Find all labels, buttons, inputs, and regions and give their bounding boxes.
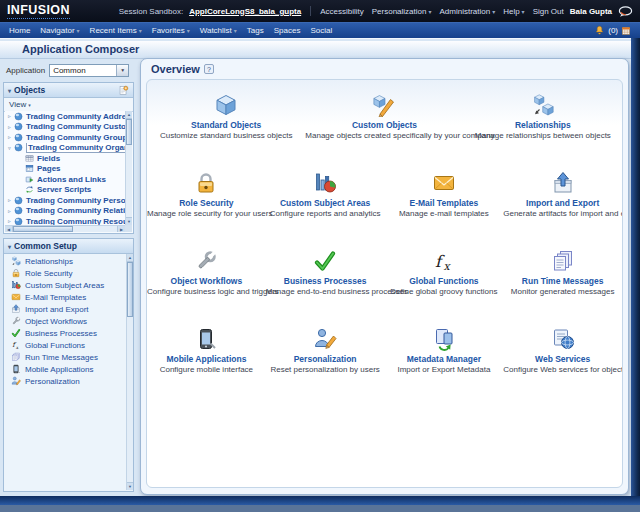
nav-item-recent-items[interactable]: Recent Items▾ [90,26,142,35]
overview-item-link[interactable]: Relationships [464,120,622,130]
view-menu-label[interactable]: View [9,100,26,109]
common-setup-item-global-functions[interactable]: fxGlobal Functions [6,339,125,351]
overview-item-link[interactable]: Standard Objects [147,120,305,130]
tree-item-pages[interactable]: Pages [5,164,132,175]
common-setup-header[interactable]: ▾ Common Setup [4,239,133,254]
common-setup-item-label[interactable]: Role Security [25,269,73,278]
doc-refresh-icon[interactable] [385,325,504,352]
nav-item-favorites[interactable]: Favorites▾ [152,26,190,35]
fx-icon[interactable]: fx [385,247,504,274]
common-setup-item-label[interactable]: Personalization [25,377,80,386]
cubes-icon[interactable] [464,91,622,118]
overview-item-link[interactable]: Object Workflows [147,276,266,286]
common-setup-item-label[interactable]: Relationships [25,257,73,266]
overview-item-link[interactable]: Metadata Manager [385,354,504,364]
common-setup-item-relationships[interactable]: Relationships [6,255,125,267]
common-setup-item-label[interactable]: Custom Subject Areas [25,281,104,290]
tree-item-server-scripts[interactable]: Server Scripts [5,185,132,196]
overview-item-object-workflows[interactable]: Object WorkflowsConfigure business logic… [147,247,266,297]
docs-icon[interactable] [503,247,622,274]
tree-item-label[interactable]: Trading Community Group Profile [26,133,132,142]
utility-link-administration[interactable]: Administration▾ [439,7,495,16]
overview-item-relationships[interactable]: RelationshipsManage relationships betwee… [464,91,622,141]
notification-count[interactable]: (0) [608,26,618,35]
expand-arrow-icon[interactable]: ▹ [5,218,14,224]
overview-item-link[interactable]: Role Security [147,198,266,208]
tree-item-actions-and-links[interactable]: Actions and Links [5,174,132,185]
overview-item-business-processes[interactable]: Business ProcessesManage end-to-end busi… [266,247,385,297]
overview-item-link[interactable]: Web Services [503,354,622,364]
common-setup-scrollbar[interactable]: ▲ ▼ [126,254,133,490]
tree-item-label[interactable]: Trading Community Customer Contac [26,122,132,131]
tree-item-trading-community-address[interactable]: ▹Trading Community Address [5,111,132,122]
common-setup-item-personalization[interactable]: Personalization [6,375,125,387]
notifications-bell-icon[interactable] [594,25,605,36]
common-setup-item-role-security[interactable]: Role Security [6,267,125,279]
lock-icon[interactable] [147,169,266,196]
expand-arrow-icon[interactable]: ▹ [5,197,14,203]
help-icon[interactable]: ? [204,64,214,74]
tree-item-label[interactable]: Trading Community Address [26,112,132,121]
chart-icon[interactable] [266,169,385,196]
scrollbar-thumb[interactable] [126,119,132,145]
tree-item-trading-community-organization-prof[interactable]: ▿Trading Community Organization Prof [5,143,132,154]
scrollbar-thumb[interactable] [127,262,133,317]
collapse-chevron-icon[interactable]: ▾ [8,87,11,94]
common-setup-item-run-time-messages[interactable]: Run Time Messages [6,351,125,363]
scroll-down-icon[interactable]: ▼ [126,217,132,225]
expand-arrow-icon[interactable]: ▹ [5,113,14,119]
tree-item-trading-community-person-profile[interactable]: ▹Trading Community Person Profile [5,195,132,206]
common-setup-item-import-and-export[interactable]: Import and Export [6,303,125,315]
check-icon[interactable] [266,247,385,274]
application-select-value[interactable]: Common [50,66,116,75]
common-setup-item-label[interactable]: Global Functions [25,341,85,350]
person-pencil-icon[interactable] [266,325,385,352]
overview-item-link[interactable]: E-Mail Templates [385,198,504,208]
scroll-down-icon[interactable]: ▼ [127,482,133,490]
import-export-icon[interactable] [503,169,622,196]
common-setup-item-label[interactable]: Mobile Applications [25,365,93,374]
common-setup-item-custom-subject-areas[interactable]: Custom Subject Areas [6,279,125,291]
nav-item-navigator[interactable]: Navigator▾ [40,26,79,35]
overview-item-role-security[interactable]: Role SecurityManage role security for yo… [147,169,266,219]
new-object-icon[interactable] [118,85,129,96]
common-setup-item-business-processes[interactable]: Business Processes [6,327,125,339]
common-setup-item-object-workflows[interactable]: Object Workflows [6,315,125,327]
tree-item-label[interactable]: Pages [37,164,61,173]
scroll-right-icon[interactable]: ▶ [117,226,125,232]
utility-link-help[interactable]: Help▾ [503,7,524,16]
application-select[interactable]: Common ▼ [49,64,129,77]
overview-item-custom-subject-areas[interactable]: Custom Subject AreasConfigure reports an… [266,169,385,219]
scroll-left-icon[interactable]: ◀ [5,226,13,232]
overview-item-link[interactable]: Run Time Messages [503,276,622,286]
cube-icon[interactable] [147,91,305,118]
tree-item-trading-community-group-profile[interactable]: ▹Trading Community Group Profile [5,132,132,143]
cube-pencil-icon[interactable] [305,91,463,118]
common-setup-item-label[interactable]: E-Mail Templates [25,293,86,302]
mobile-icon[interactable] [147,325,266,352]
expand-arrow-icon[interactable]: ▹ [5,134,14,140]
overview-item-global-functions[interactable]: fxGlobal FunctionsDefine global groovy f… [385,247,504,297]
tree-item-trading-community-customer-contac[interactable]: ▹Trading Community Customer Contac [5,122,132,133]
tree-item-label[interactable]: Trading Community Person Profile [26,196,132,205]
common-setup-item-e-mail-templates[interactable]: E-Mail Templates [6,291,125,303]
expand-arrow-icon[interactable]: ▹ [5,208,14,214]
view-menu[interactable]: View ▾ [4,98,133,112]
tree-item-label[interactable]: Trading Community Organization Prof [26,143,132,154]
overview-item-link[interactable]: Mobile Applications [147,354,266,364]
tree-item-trading-community-relationship[interactable]: ▹Trading Community Relationship [5,206,132,217]
session-sandbox-link[interactable]: ApplCoreLongS8_bala_gupta [189,7,301,16]
scrollbar-thumb[interactable] [13,226,73,232]
wrench-icon[interactable] [147,247,266,274]
select-dropdown-icon[interactable]: ▼ [116,65,128,76]
collapse-arrow-icon[interactable]: ▿ [5,145,14,151]
nav-item-home[interactable]: Home [9,26,30,35]
overview-item-link[interactable]: Personalization [266,354,385,364]
expand-arrow-icon[interactable]: ▹ [5,124,14,130]
nav-item-social[interactable]: Social [310,26,332,35]
overview-item-link[interactable]: Business Processes [266,276,385,286]
overview-item-import-and-export[interactable]: Import and ExportGenerate artifacts for … [503,169,622,219]
overview-item-link[interactable]: Import and Export [503,198,622,208]
common-setup-item-label[interactable]: Object Workflows [25,317,87,326]
nav-item-tags[interactable]: Tags [247,26,264,35]
